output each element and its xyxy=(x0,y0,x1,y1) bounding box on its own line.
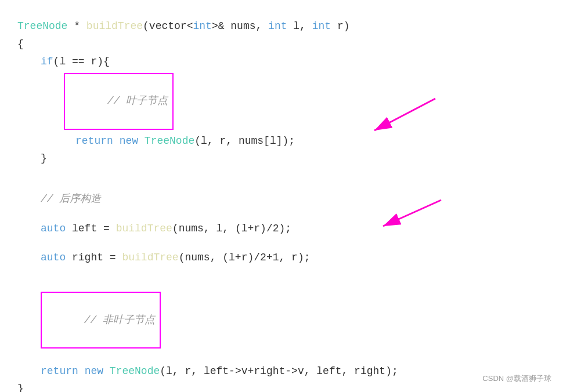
return-args: (l, r, nums[l]); xyxy=(194,132,295,150)
code-line-3: if (l == r){ xyxy=(41,53,540,71)
param-r: r) xyxy=(331,17,349,35)
if-keyword: if xyxy=(41,53,53,71)
code-line-4: return new TreeNode (l, r, nums[l]); xyxy=(75,132,540,150)
nonleaf-comment-text: // 非叶子节点 xyxy=(84,314,155,326)
left-var: left = xyxy=(66,220,116,238)
int-type3: int xyxy=(312,17,331,35)
space2 xyxy=(78,362,85,380)
space3 xyxy=(103,362,110,380)
right-var: right = xyxy=(66,249,122,267)
new-keyword-space xyxy=(113,132,120,150)
treenode-type: TreeNode xyxy=(145,132,194,150)
code-line-comment3: // 非叶子节点 xyxy=(41,292,540,349)
blank-6 xyxy=(17,278,540,290)
code-line-8: return new TreeNode (l, r, left->v+right… xyxy=(41,362,540,380)
return-keyword2: return xyxy=(41,362,78,380)
code-container: TreeNode * buildTree ( vector < int >& n… xyxy=(0,0,563,392)
angle-open: < xyxy=(187,17,193,35)
code-line-9: } xyxy=(17,380,540,392)
blank-2 xyxy=(17,179,540,191)
leaf-comment-text: // 叶子节点 xyxy=(107,95,168,107)
code-line-1: TreeNode * buildTree ( vector < int >& n… xyxy=(17,17,540,35)
nonleaf-args: (l, r, left->v+right->v, left, right); xyxy=(160,362,398,380)
new-keyword: new xyxy=(120,132,138,150)
int-type: int xyxy=(193,17,211,35)
blank-3 xyxy=(17,208,540,220)
code-line-5: } xyxy=(41,150,540,168)
type-treenode: TreeNode xyxy=(17,17,67,35)
vector-type: vector xyxy=(149,17,187,35)
blank-7 xyxy=(17,351,540,362)
treenode-type2: TreeNode xyxy=(110,362,160,380)
paren-open: ( xyxy=(143,17,149,35)
watermark: CSDN @载酒狮子球 xyxy=(482,372,551,385)
blank-4 xyxy=(17,237,540,249)
auto-keyword1: auto xyxy=(41,220,66,238)
new-keyword2: new xyxy=(85,362,103,380)
postorder-comment: // 后序构造 xyxy=(41,190,101,208)
func-buildtree: buildTree xyxy=(86,17,143,35)
leaf-comment-box: // 叶子节点 xyxy=(64,73,174,130)
buildtree-args2: (nums, (l+r)/2+1, r); xyxy=(179,249,311,267)
if-condition: (l == r){ xyxy=(53,53,110,71)
brace-close-func: } xyxy=(17,380,24,392)
int-type2: int xyxy=(268,17,287,35)
blank-5 xyxy=(17,267,540,278)
blank-1 xyxy=(17,168,540,179)
code-line-7: auto right = buildTree (nums, (l+r)/2+1,… xyxy=(41,249,540,267)
buildtree-call2: buildTree xyxy=(122,249,178,267)
code-line-comment1: // 叶子节点 xyxy=(64,73,540,130)
return-keyword: return xyxy=(75,132,113,150)
star: * xyxy=(67,17,86,35)
buildtree-args1: (nums, l, (l+r)/2); xyxy=(172,220,291,238)
auto-keyword2: auto xyxy=(41,249,66,267)
code-line-6: auto left = buildTree (nums, l, (l+r)/2)… xyxy=(41,220,540,238)
code-line-2: { xyxy=(17,35,540,53)
angle-close: >& nums, xyxy=(212,17,268,35)
param-l: l, xyxy=(287,17,312,35)
nonleaf-comment-box: // 非叶子节点 xyxy=(41,292,161,349)
brace-open: { xyxy=(17,35,24,53)
buildtree-call1: buildTree xyxy=(116,220,172,238)
space1 xyxy=(138,132,145,150)
brace-close-if: } xyxy=(41,150,47,168)
code-line-comment2: // 后序构造 xyxy=(41,190,540,208)
